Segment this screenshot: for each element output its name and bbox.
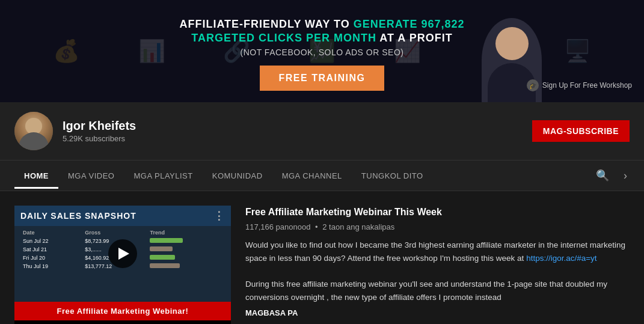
desc-paragraph-1: Would you like to find out how I became … xyxy=(245,239,630,264)
col-trend: Trend xyxy=(147,228,225,237)
col-gross: Gross xyxy=(82,228,147,237)
thumb-background: DAILY SALES SNAPSHOT ⋮ Date Gross Trend … xyxy=(14,206,231,302)
nav-right: 🔍 › xyxy=(591,160,630,191)
tab-tungkol-dito[interactable]: TUNGKOL DITO xyxy=(352,163,433,189)
avatar xyxy=(14,112,53,150)
main-content: DAILY SALES SNAPSHOT ⋮ Date Gross Trend … xyxy=(0,191,644,324)
avatar-body xyxy=(19,132,49,150)
channel-name: Igor Kheifets xyxy=(63,119,136,133)
headline-white2: AT A PROFIT xyxy=(379,32,452,44)
headline-teal2: TARGETED CLICKS PER MONTH xyxy=(191,32,376,44)
tab-mga-playlist[interactable]: MGA PLAYLIST xyxy=(124,163,202,189)
banner-content: AFFILIATE-FRIENDLY WAY TO GENERATE 967,8… xyxy=(179,11,464,91)
row-trend xyxy=(147,237,225,245)
nav-tabs: HOME MGA VIDEO MGA PLAYLIST KOMUNIDAD MG… xyxy=(0,160,644,191)
play-icon xyxy=(118,248,129,260)
tab-home[interactable]: HOME xyxy=(14,163,58,189)
desc-paragraph-2: During this free affiliate marketing web… xyxy=(245,278,630,304)
workshop-label: Sign Up For Free Workshop xyxy=(542,81,632,90)
view-count: 117,166 panonood xyxy=(245,222,310,231)
thumb-footer: Free Affiliate Marketing Webinar! xyxy=(14,302,231,320)
channel-info: Igor Kheifets 5.29K subscribers xyxy=(63,119,136,143)
row-day: Thu Jul 19 xyxy=(20,262,82,271)
video-meta: 117,166 panonood • 2 taon ang nakalipas xyxy=(245,222,630,231)
col-date: Date xyxy=(20,228,82,237)
description-link[interactable]: https://igor.ac/#a=yt xyxy=(526,254,596,263)
thumb-header: DAILY SALES SNAPSHOT ⋮ xyxy=(14,206,231,226)
video-title: Free Affiliate Marketing Webinar This We… xyxy=(245,206,630,219)
video-description: Would you like to find out how I became … xyxy=(245,239,630,304)
workshop-signup[interactable]: 🎓 Sign Up For Free Workshop xyxy=(527,79,632,91)
row-day: Sat Jul 21 xyxy=(20,245,82,254)
channel-bar: Igor Kheifets 5.29K subscribers MAG-SUBS… xyxy=(0,102,644,160)
play-button[interactable] xyxy=(108,239,137,268)
read-more-button[interactable]: MAGBASA PA xyxy=(245,308,630,317)
channel-left: Igor Kheifets 5.29K subscribers xyxy=(14,112,136,150)
separator: • xyxy=(315,222,318,231)
headline-white: AFFILIATE-FRIENDLY WAY TO xyxy=(179,18,349,30)
banner-headline: AFFILIATE-FRIENDLY WAY TO GENERATE 967,8… xyxy=(179,17,464,46)
person-head xyxy=(495,27,529,60)
avatar-image xyxy=(14,112,53,150)
row-trend xyxy=(147,254,225,262)
search-icon[interactable]: 🔍 xyxy=(591,160,614,191)
video-info: Free Affiliate Marketing Webinar This We… xyxy=(245,206,630,324)
time-ago: 2 taon ang nakalipas xyxy=(322,222,394,231)
workshop-icon: 🎓 xyxy=(527,79,539,91)
tab-komunidad[interactable]: KOMUNIDAD xyxy=(203,163,272,189)
banner: 💰📊🔗💹📈💡🖥️ AFFILIATE-FRIENDLY WAY TO GENER… xyxy=(0,0,644,102)
row-trend xyxy=(147,262,225,271)
subscribe-button[interactable]: MAG-SUBSCRIBE xyxy=(532,120,630,142)
row-day: Sun Jul 22 xyxy=(20,237,82,245)
tab-mga-channel[interactable]: MGA CHANNEL xyxy=(272,163,352,189)
row-trend xyxy=(147,245,225,254)
free-training-button[interactable]: FREE TRAINING xyxy=(260,66,385,91)
chevron-right-icon[interactable]: › xyxy=(621,161,630,191)
banner-subline: (NOT FACEBOOK, SOLO ADS OR SEO) xyxy=(179,47,464,57)
thumb-title: DAILY SALES SNAPSHOT xyxy=(20,211,136,221)
video-thumbnail[interactable]: DAILY SALES SNAPSHOT ⋮ Date Gross Trend … xyxy=(14,206,231,324)
headline-teal: GENERATE 967,822 xyxy=(354,18,465,30)
tab-mga-video[interactable]: MGA VIDEO xyxy=(58,163,124,189)
row-day: Fri Jul 20 xyxy=(20,254,82,262)
thumb-more-icon[interactable]: ⋮ xyxy=(213,209,225,222)
channel-subscribers: 5.29K subscribers xyxy=(63,134,136,143)
